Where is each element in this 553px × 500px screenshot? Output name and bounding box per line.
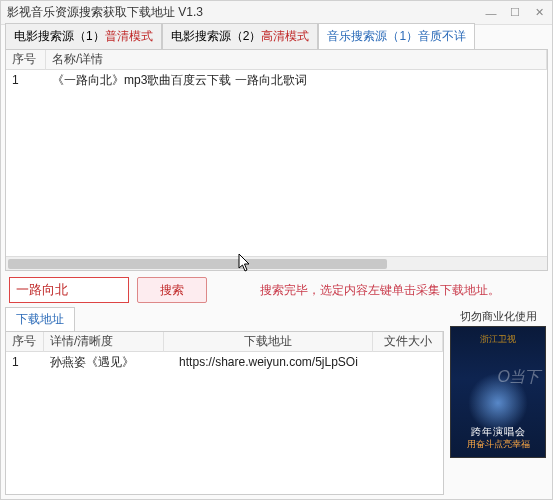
close-button[interactable]: ✕ — [532, 6, 546, 20]
maximize-button[interactable]: ☐ — [508, 6, 522, 20]
minimize-button[interactable]: — — [484, 6, 498, 20]
table-row[interactable]: 1 《一路向北》mp3歌曲百度云下载 一路向北歌词 — [6, 70, 547, 90]
cell-detail: 孙燕姿《遇见》 — [44, 352, 164, 373]
col-header-detail[interactable]: 详情/清晰度 — [44, 331, 164, 352]
bottom-panel: 下载地址 序号 详情/清晰度 下载地址 文件大小 1 孙燕姿《遇见》 https… — [1, 309, 552, 499]
results-grid: 序号 名称/详情 1 《一路向北》mp3歌曲百度云下载 一路向北歌词 — [5, 49, 548, 271]
tab-mode: 高清模式 — [261, 29, 309, 43]
poster-mid-text: 跨年演唱会 — [451, 425, 545, 439]
col-header-seq[interactable]: 序号 — [6, 49, 46, 70]
search-input[interactable] — [9, 277, 129, 303]
table-row[interactable]: 1 孙燕姿《遇见》 https://share.weiyun.com/5jLpS… — [6, 352, 443, 372]
search-row: 搜索 搜索完毕，选定内容左键单击采集下载地址。 — [1, 271, 552, 309]
window-title: 影视音乐资源搜索获取下载地址 V1.3 — [7, 4, 484, 21]
download-tabs: 下载地址 — [5, 309, 444, 331]
col-header-size[interactable]: 文件大小 — [373, 331, 443, 352]
download-panel: 下载地址 序号 详情/清晰度 下载地址 文件大小 1 孙燕姿《遇见》 https… — [5, 309, 444, 495]
window-controls: — ☐ ✕ — [484, 6, 546, 20]
tab-download-address[interactable]: 下载地址 — [5, 307, 75, 331]
cell-size — [373, 360, 443, 364]
sidebar-right: 切勿商业化使用 浙江卫视 O当下 跨年演唱会 用奋斗点亮幸福 — [448, 309, 548, 495]
cell-seq: 1 — [6, 71, 46, 89]
download-grid: 序号 详情/清晰度 下载地址 文件大小 1 孙燕姿《遇见》 https://sh… — [5, 331, 444, 495]
col-header-seq[interactable]: 序号 — [6, 331, 44, 352]
download-grid-body[interactable]: 1 孙燕姿《遇见》 https://share.weiyun.com/5jLpS… — [6, 352, 443, 494]
tab-label: 电影搜索源（2） — [171, 29, 262, 43]
cell-name: 《一路向北》mp3歌曲百度云下载 一路向北歌词 — [46, 70, 547, 91]
tab-movie-source-2[interactable]: 电影搜索源（2）高清模式 — [162, 23, 319, 49]
poster-image: 浙江卫视 O当下 跨年演唱会 用奋斗点亮幸福 — [450, 326, 546, 458]
horizontal-scrollbar[interactable] — [6, 256, 547, 270]
app-window: 影视音乐资源搜索获取下载地址 V1.3 — ☐ ✕ 电影搜索源（1）普清模式 电… — [0, 0, 553, 500]
poster-bottom-text: 用奋斗点亮幸福 — [451, 438, 545, 451]
tab-label: 音乐搜索源（1） — [327, 29, 418, 43]
poster-top-text: 浙江卫视 — [451, 333, 545, 346]
watermark-text: O当下 — [498, 367, 539, 388]
tab-music-source-1[interactable]: 音乐搜索源（1）音质不详 — [318, 23, 475, 49]
tab-mode: 普清模式 — [105, 29, 153, 43]
results-grid-body[interactable]: 1 《一路向北》mp3歌曲百度云下载 一路向北歌词 — [6, 70, 547, 256]
results-grid-header: 序号 名称/详情 — [6, 50, 547, 70]
commercial-warning-text: 切勿商业化使用 — [460, 309, 537, 324]
download-grid-header: 序号 详情/清晰度 下载地址 文件大小 — [6, 332, 443, 352]
tab-mode: 音质不详 — [418, 29, 466, 43]
tab-label: 电影搜索源（1） — [14, 29, 105, 43]
search-button[interactable]: 搜索 — [137, 277, 207, 303]
titlebar: 影视音乐资源搜索获取下载地址 V1.3 — ☐ ✕ — [1, 1, 552, 25]
col-header-url[interactable]: 下载地址 — [164, 331, 373, 352]
source-tabs: 电影搜索源（1）普清模式 电影搜索源（2）高清模式 音乐搜索源（1）音质不详 — [1, 25, 552, 49]
tab-movie-source-1[interactable]: 电影搜索源（1）普清模式 — [5, 23, 162, 49]
col-header-name[interactable]: 名称/详情 — [46, 49, 547, 70]
cell-seq: 1 — [6, 353, 44, 371]
scrollbar-thumb[interactable] — [8, 259, 387, 269]
search-hint-text: 搜索完毕，选定内容左键单击采集下载地址。 — [215, 282, 544, 299]
cell-url: https://share.weiyun.com/5jLpSOi — [164, 353, 373, 371]
